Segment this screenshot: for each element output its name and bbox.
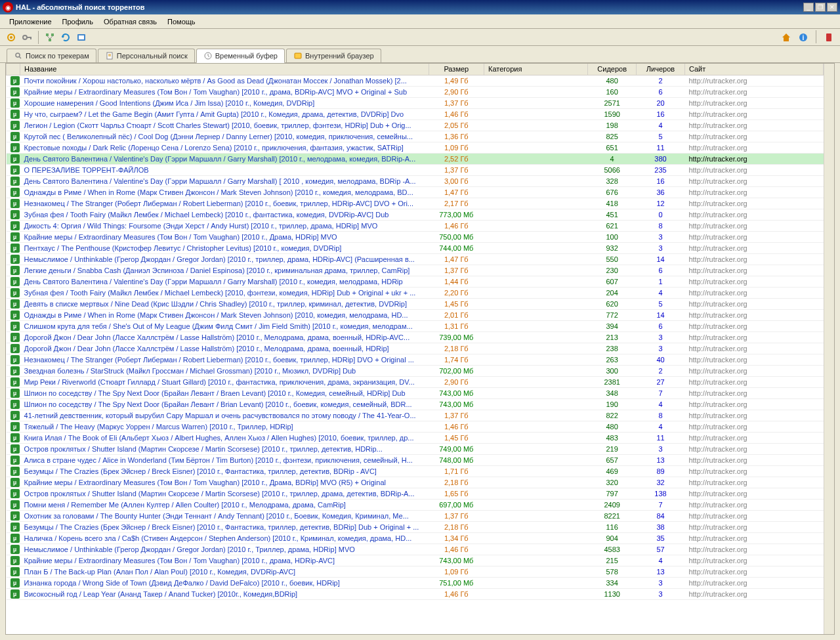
view-icon[interactable] bbox=[74, 30, 89, 45]
table-row[interactable]: µО ПЕРЕЗАЛИВЕ ТОРРЕНТ-ФАЙЛОВ1,37 Гб50662… bbox=[7, 164, 824, 175]
torrent-title[interactable]: Крайние меры / Extraordinary Measures (Т… bbox=[24, 88, 407, 96]
menu-help[interactable]: Помощь bbox=[162, 16, 201, 27]
torrent-title[interactable]: Алиса в стране чудес / Alice in Wonderla… bbox=[24, 456, 413, 464]
torrent-title[interactable]: Крайние меры / Extraordinary Measures (Т… bbox=[24, 479, 386, 486]
col-size[interactable]: Размер bbox=[429, 64, 484, 75]
col-leechers[interactable]: Личеров bbox=[637, 64, 685, 75]
torrent-title[interactable]: Немыслимое / Unthinkable (Грегор Джордан… bbox=[24, 545, 355, 553]
tab-tracker-search[interactable]: Поиск по трекерам bbox=[7, 49, 96, 62]
table-row[interactable]: µТяжелый / The Heavy (Маркус Уоррен / Ma… bbox=[7, 421, 824, 432]
table-row[interactable]: µДорогой Джон / Dear John (Лассе Халлстр… bbox=[7, 343, 824, 354]
table-row[interactable]: µМир Реки / Riverworld (Стюарт Гиллард /… bbox=[7, 376, 824, 387]
torrent-title[interactable]: Изнанка города / Wrong Side of Town (Дэв… bbox=[24, 579, 340, 587]
torrent-title[interactable]: Книга Илая / The Book of Eli (Альберт Хь… bbox=[24, 434, 414, 442]
torrent-title[interactable]: Девять в списке мертвых / Nine Dead (Кри… bbox=[24, 300, 407, 308]
menu-profile[interactable]: Профиль bbox=[57, 16, 99, 27]
table-row[interactable]: µНаличка / Корень всего зла / Ca$h (Стив… bbox=[7, 532, 824, 544]
table-row[interactable]: µДень Святого Валентина / Valentine's Da… bbox=[7, 276, 824, 287]
table-row[interactable]: µКрайние меры / Extraordinary Measures (… bbox=[7, 86, 824, 97]
torrent-title[interactable]: Крутой пес ( Великолепный пёс) / Cool Do… bbox=[24, 133, 413, 140]
table-row[interactable]: µДорогой Джон / Dear John (Лассе Халлстр… bbox=[7, 331, 824, 343]
torrent-title[interactable]: Наличка / Корень всего зла / Ca$h (Стиве… bbox=[24, 534, 412, 542]
torrent-title[interactable]: Крайние меры / Extraordinary Measures (Т… bbox=[24, 233, 337, 241]
torrent-title[interactable]: План Б / The Back-up Plan (Алан Пол / Al… bbox=[24, 568, 296, 576]
table-row[interactable]: µКрайние меры / Extraordinary Measures (… bbox=[7, 231, 824, 242]
torrent-title[interactable]: Немыслимое / Unthinkable (Грегор Джордан… bbox=[24, 255, 415, 263]
torrent-title[interactable]: Шпион по соседству / The Spy Next Door (… bbox=[24, 400, 412, 408]
table-row[interactable]: µКрестовые походы / Dark Relic (Лоренцо … bbox=[7, 142, 824, 153]
table-row[interactable]: µДень Святого Валентина / Valentine's Da… bbox=[7, 175, 824, 186]
table-row[interactable]: µКрутой пес ( Великолепный пёс) / Cool D… bbox=[7, 131, 824, 142]
vertical-scrollbar[interactable] bbox=[824, 64, 834, 634]
home-icon[interactable] bbox=[779, 30, 793, 45]
col-icon[interactable] bbox=[7, 64, 20, 75]
table-row[interactable]: µПентхаус / The Penthouse (Кристофер Лев… bbox=[7, 242, 824, 253]
table-row[interactable]: µБезумцы / The Crazies (Брек Эйснер / Br… bbox=[7, 465, 824, 477]
torrent-title[interactable]: Охотник за головами / The Bounty Hunter … bbox=[24, 512, 409, 520]
torrent-title[interactable]: Незнакомец / The Stranger (Роберт Либерм… bbox=[24, 200, 413, 207]
torrent-title[interactable]: Остров проклятых / Shutter Island (Марти… bbox=[24, 445, 383, 453]
torrent-title[interactable]: Безумцы / The Crazies (Брек Эйснер / Bre… bbox=[24, 523, 419, 531]
table-row[interactable]: µНезнакомец / The Stranger (Роберт Либер… bbox=[7, 354, 824, 365]
torrent-title[interactable]: День Святого Валентина / Valentine's Day… bbox=[24, 177, 416, 185]
torrent-title[interactable]: Мир Реки / Riverworld (Стюарт Гиллард / … bbox=[24, 378, 415, 386]
table-row[interactable]: µХорошие намерения / Good Intentions (Дж… bbox=[7, 97, 824, 108]
torrent-title[interactable]: Високосный год / Leap Year (Ананд Такер … bbox=[24, 590, 298, 598]
table-row[interactable]: µБезумцы / The Crazies (Брек Эйснер / Br… bbox=[7, 521, 824, 532]
table-row[interactable]: µОстров проклятых / Shutter Island (Март… bbox=[7, 443, 824, 454]
torrent-title[interactable]: Зубная фея / Tooth Fairy (Майкл Лембек /… bbox=[24, 211, 389, 219]
key-icon[interactable] bbox=[20, 30, 34, 45]
tab-browser[interactable]: Внутренний браузер bbox=[286, 49, 381, 62]
table-row[interactable]: µЛегкие деньги / Snabba Cash (Даниэл Эсп… bbox=[7, 265, 824, 276]
table-row[interactable]: µЗубная фея / Tooth Fairy (Майкл Лембек … bbox=[7, 209, 824, 220]
torrent-title[interactable]: Крестовые походы / Dark Relic (Лоренцо С… bbox=[24, 144, 404, 152]
table-row[interactable]: µОднажды в Риме / When in Rome (Марк Сти… bbox=[7, 186, 824, 198]
table-row[interactable]: µНемыслимое / Unthinkable (Грегор Джорда… bbox=[7, 253, 824, 265]
table-row[interactable]: µ41-летний девственник, который вырубил … bbox=[7, 410, 824, 421]
table-row[interactable]: µНемыслимое / Unthinkable (Грегор Джорда… bbox=[7, 544, 824, 555]
table-row[interactable]: µКрайние меры / Extraordinary Measures (… bbox=[7, 555, 824, 566]
table-row[interactable]: µШпион по соседству / The Spy Next Door … bbox=[7, 387, 824, 398]
maximize-button[interactable]: ❐ bbox=[815, 3, 826, 12]
table-row[interactable]: µКрайние меры / Extraordinary Measures (… bbox=[7, 477, 824, 488]
col-title[interactable]: Название bbox=[20, 64, 429, 75]
menu-feedback[interactable]: Обратная связь bbox=[98, 16, 162, 27]
nodes-icon[interactable] bbox=[43, 30, 57, 45]
table-row[interactable]: µОднажды в Риме / When in Rome (Марк Сти… bbox=[7, 309, 824, 320]
torrent-title[interactable]: 41-летний девственник, который вырубил С… bbox=[24, 412, 416, 419]
torrent-title[interactable]: Звездная болезнь / StarStruck (Майкл Гро… bbox=[24, 367, 356, 375]
refresh-icon[interactable] bbox=[58, 30, 73, 45]
torrent-title[interactable]: День Святого Валентина / Valentine's Day… bbox=[24, 278, 403, 286]
table-row[interactable]: µПлан Б / The Back-up Plan (Алан Пол / A… bbox=[7, 566, 824, 577]
torrent-title[interactable]: Остров проклятых / Shutter Island (Марти… bbox=[24, 490, 415, 498]
torrent-title[interactable]: День Святого Валентина / Valentine's Day… bbox=[24, 155, 416, 163]
close-button[interactable]: ✕ bbox=[827, 3, 837, 12]
table-row[interactable]: µПомни меня / Remember Me (Аллен Култер … bbox=[7, 499, 824, 510]
torrent-title[interactable]: Помни меня / Remember Me (Аллен Култер /… bbox=[24, 501, 346, 509]
table-row[interactable]: µКнига Илая / The Book of Eli (Альберт Х… bbox=[7, 432, 824, 443]
table-row[interactable]: µЗвездная болезнь / StarStruck (Майкл Гр… bbox=[7, 365, 824, 376]
torrent-title[interactable]: Слишком крута для тебя / She's Out of My… bbox=[24, 322, 413, 330]
torrent-title[interactable]: Пентхаус / The Penthouse (Кристофер Леви… bbox=[24, 244, 342, 252]
settings-icon[interactable] bbox=[4, 30, 18, 45]
torrent-title[interactable]: Безумцы / The Crazies (Брек Эйснер / Bre… bbox=[24, 467, 377, 475]
col-category[interactable]: Категория bbox=[484, 64, 588, 75]
table-row[interactable]: µШпион по соседству / The Spy Next Door … bbox=[7, 398, 824, 410]
torrent-title[interactable]: Крайние меры / Extraordinary Measures (Т… bbox=[24, 557, 335, 565]
torrent-title[interactable]: Незнакомец / The Stranger (Роберт Либерм… bbox=[24, 356, 414, 364]
torrent-title[interactable]: Дорогой Джон / Dear John (Лассе Халлстрё… bbox=[24, 345, 389, 352]
table-row[interactable]: µДевять в списке мертвых / Nine Dead (Кр… bbox=[7, 298, 824, 309]
torrent-title[interactable]: Дикость 4: Оргия / Wild Things: Foursome… bbox=[24, 222, 378, 230]
torrent-title[interactable]: Легкие деньги / Snabba Cash (Даниэл Эспи… bbox=[24, 267, 410, 274]
tab-personal-search[interactable]: Персональный поиск bbox=[98, 49, 195, 62]
col-site[interactable]: Сайт bbox=[684, 64, 823, 75]
torrent-title[interactable]: Дорогой Джон / Dear John (Лассе Халлстрё… bbox=[24, 333, 410, 341]
col-seeders[interactable]: Сидеров bbox=[588, 64, 637, 75]
tab-temp-buffer[interactable]: Временный буфер bbox=[196, 49, 285, 63]
table-row[interactable]: µОстров проклятых / Shutter Island (Март… bbox=[7, 488, 824, 499]
torrent-title[interactable]: Шпион по соседству / The Spy Next Door (… bbox=[24, 389, 406, 397]
info-icon[interactable]: i bbox=[796, 30, 810, 45]
table-row[interactable]: µЛегион / Legion (Скотт Чарльз Стюарт / … bbox=[7, 119, 824, 131]
exit-icon[interactable] bbox=[822, 30, 836, 45]
table-row[interactable]: µОхотник за головами / The Bounty Hunter… bbox=[7, 510, 824, 521]
